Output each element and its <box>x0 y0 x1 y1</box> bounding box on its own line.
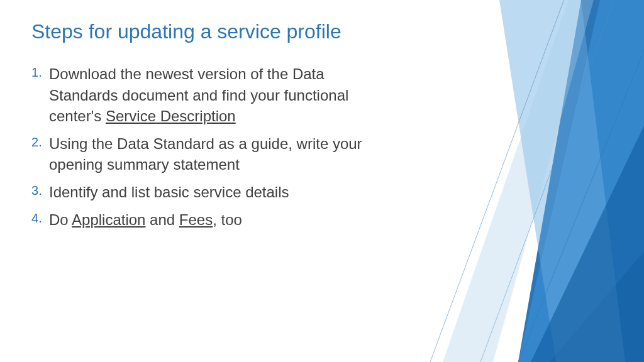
step-item: Identify and list basic service details <box>31 182 396 203</box>
slide-title: Steps for updating a service profile <box>31 20 396 43</box>
svg-marker-4 <box>443 0 594 362</box>
svg-marker-1 <box>518 0 644 362</box>
link-fees: Fees <box>179 211 213 228</box>
svg-marker-2 <box>499 0 625 362</box>
svg-line-6 <box>480 0 619 362</box>
slide-content: Steps for updating a service profile Dow… <box>0 0 428 256</box>
background-facet-decoration <box>405 0 644 362</box>
steps-list: Download the newest version of the Data … <box>31 63 396 230</box>
step-item: Do Application and Fees, too <box>31 209 396 231</box>
svg-line-7 <box>518 50 644 362</box>
step-item: Using the Data Standard as a guide, writ… <box>31 133 396 175</box>
svg-line-5 <box>430 0 569 362</box>
link-application: Application <box>72 211 145 228</box>
step-item: Download the newest version of the Data … <box>31 63 396 127</box>
svg-marker-0 <box>518 0 644 362</box>
link-service-description: Service Description <box>106 107 236 124</box>
svg-marker-3 <box>531 126 644 362</box>
